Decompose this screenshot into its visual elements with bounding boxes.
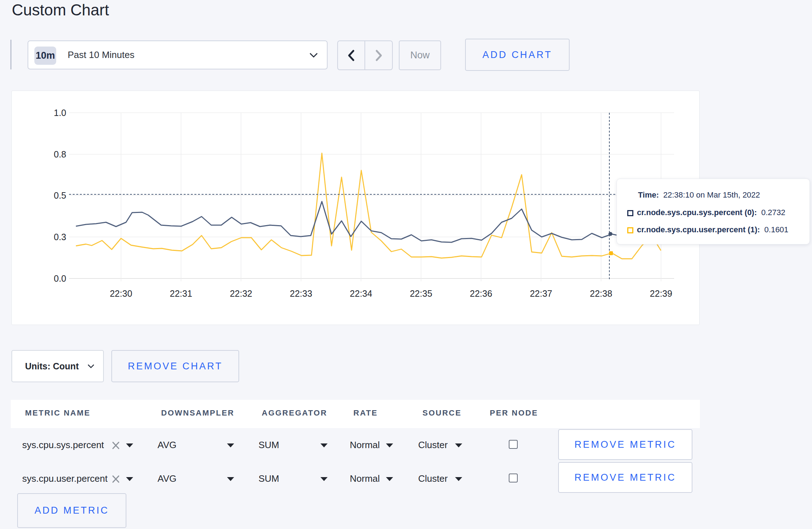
svg-text:22:35: 22:35 [410, 288, 432, 299]
svg-text:22:36: 22:36 [470, 288, 492, 299]
svg-text:0.3: 0.3 [54, 232, 66, 242]
svg-text:22:31: 22:31 [170, 288, 192, 299]
svg-text:22:34: 22:34 [350, 288, 372, 299]
svg-text:0.0: 0.0 [54, 273, 66, 283]
svg-text:22:32: 22:32 [230, 288, 252, 299]
svg-text:22:37: 22:37 [530, 288, 552, 299]
svg-text:22:33: 22:33 [290, 288, 313, 299]
svg-text:1.0: 1.0 [54, 108, 66, 118]
svg-text:0.5: 0.5 [54, 190, 66, 200]
svg-text:22:30: 22:30 [110, 288, 132, 299]
svg-text:22:38: 22:38 [590, 288, 613, 299]
svg-text:22:39: 22:39 [650, 288, 672, 299]
svg-text:0.8: 0.8 [54, 149, 66, 159]
